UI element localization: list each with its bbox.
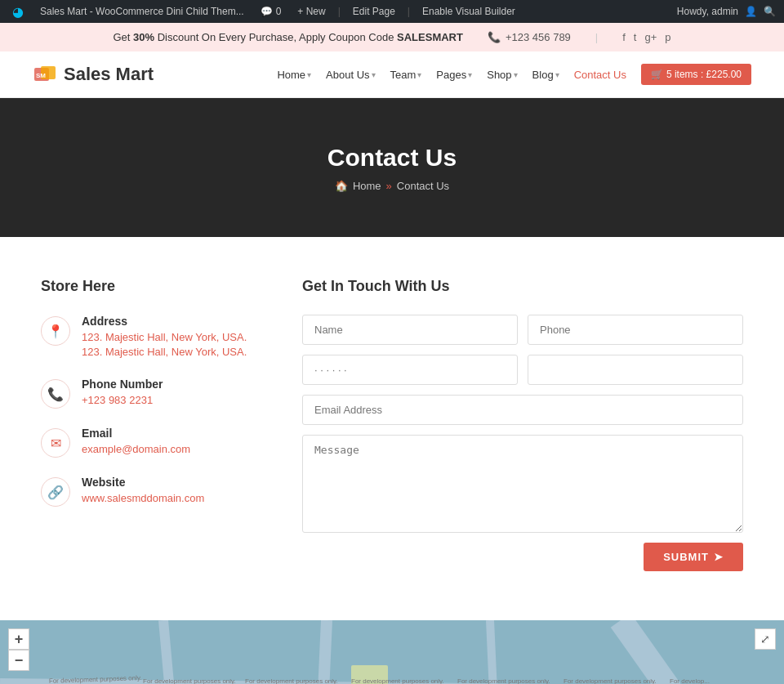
- admin-avatar[interactable]: 👤: [745, 6, 757, 17]
- svg-text:For development purposes only.: For development purposes only.: [245, 677, 338, 684]
- sep1: |: [338, 6, 341, 17]
- phone-item: 📞 Phone Number +123 983 2231: [41, 378, 253, 409]
- phone-value: +123 983 2231: [82, 393, 163, 408]
- facebook-icon[interactable]: f: [622, 31, 626, 43]
- page-hero: Contact Us 🏠 Home » Contact Us: [0, 98, 784, 237]
- home-dropdown-icon: ▾: [307, 70, 311, 79]
- address-item: 📍 Address 123. Majestic Hall, New York, …: [41, 315, 253, 360]
- map-fullscreen-button[interactable]: ⤢: [755, 628, 776, 650]
- message-input[interactable]: [302, 435, 743, 533]
- address-value: 123. Majestic Hall, New York, USA.: [82, 330, 247, 345]
- hero-content: Contact Us 🏠 Home » Contact Us: [327, 144, 457, 192]
- email-value: example@domain.com: [82, 442, 190, 457]
- website-icon-wrap: 🔗: [41, 477, 70, 507]
- nav-pages[interactable]: Pages ▾: [436, 69, 472, 81]
- email-title: Email: [82, 427, 190, 440]
- address-value-alt: 123. Majestic Hall, New York, USA.: [82, 345, 247, 360]
- field3-input[interactable]: [302, 355, 518, 385]
- phone-input[interactable]: [528, 315, 743, 345]
- submit-label: SUBMIT: [663, 551, 709, 563]
- form-row-2: [302, 355, 743, 385]
- new-item[interactable]: + New: [293, 6, 329, 17]
- phone-contact-icon: 📞: [47, 387, 64, 402]
- admin-bar: ◕ Sales Mart - WooCommerce Dini Child Th…: [0, 0, 784, 23]
- form-row-4: [302, 435, 743, 533]
- map-controls: + −: [8, 628, 29, 671]
- website-title: Website: [82, 476, 204, 489]
- address-details: Address 123. Majestic Hall, New York, US…: [82, 315, 247, 360]
- phone-icon: 📞: [488, 31, 501, 43]
- nav-shop[interactable]: Shop ▾: [487, 69, 517, 81]
- location-icon: 📍: [47, 324, 64, 339]
- email-item: ✉ Email example@domain.com: [41, 427, 253, 458]
- comments-icon[interactable]: 💬 0: [256, 6, 286, 17]
- page-title: Contact Us: [327, 144, 457, 172]
- map-section: For development purposes only. For devel…: [0, 620, 784, 684]
- nav-contact[interactable]: Contact Us: [574, 69, 626, 81]
- google-plus-icon[interactable]: g+: [644, 31, 657, 43]
- top-banner: Get 30% Discount On Every Purchase, Appl…: [0, 23, 784, 51]
- shop-dropdown-icon: ▾: [514, 70, 518, 79]
- breadcrumb: 🏠 Home » Contact Us: [327, 180, 457, 192]
- phone-details: Phone Number +123 983 2231: [82, 378, 163, 408]
- phone-section: 📞 +123 456 789: [488, 31, 571, 43]
- twitter-icon[interactable]: t: [634, 31, 637, 43]
- store-section-title: Store Here: [41, 278, 253, 295]
- nav-about[interactable]: About Us ▾: [326, 69, 375, 81]
- phone-icon-wrap: 📞: [41, 379, 70, 409]
- header: SM Sales Mart Home ▾ About Us ▾ Team ▾ P…: [0, 51, 784, 98]
- admin-greeting: Howdy, admin: [677, 6, 738, 17]
- discount-text: Get 30% Discount On Every Purchase, Appl…: [113, 31, 463, 43]
- pinterest-icon[interactable]: p: [665, 31, 670, 43]
- svg-text:For development purposes only.: For development purposes only.: [564, 677, 657, 684]
- salesmart-logo-icon: SM: [33, 61, 59, 87]
- visual-builder[interactable]: Enable Visual Builder: [418, 6, 519, 17]
- submit-button[interactable]: SUBMIT ➤: [644, 543, 743, 571]
- pages-dropdown-icon: ▾: [468, 70, 472, 79]
- form-actions: SUBMIT ➤: [302, 543, 743, 571]
- cart-icon: 🛒: [651, 69, 663, 80]
- nav-team[interactable]: Team ▾: [390, 69, 422, 81]
- email-icon-wrap: ✉: [41, 428, 70, 458]
- email-input[interactable]: [302, 395, 743, 425]
- email-contact-icon: ✉: [51, 436, 61, 451]
- zoom-out-button[interactable]: −: [8, 650, 29, 671]
- admin-bar-right: Howdy, admin 👤 🔍: [677, 6, 776, 17]
- sep2: |: [408, 6, 410, 17]
- wp-logo[interactable]: ◕: [8, 4, 28, 20]
- about-dropdown-icon: ▾: [372, 70, 376, 79]
- site-logo[interactable]: SM Sales Mart: [33, 61, 154, 87]
- cart-button[interactable]: 🛒 5 items : £225.00: [641, 64, 751, 85]
- address-icon-wrap: 📍: [41, 316, 70, 346]
- search-icon[interactable]: 🔍: [764, 6, 776, 17]
- main-content: Store Here 📍 Address 123. Majestic Hall,…: [24, 237, 760, 620]
- edit-page[interactable]: Edit Page: [349, 6, 399, 17]
- map-canvas: For development purposes only. For devel…: [0, 620, 784, 684]
- breadcrumb-current: Contact Us: [397, 180, 449, 192]
- website-value: www.salesmddomain.com: [82, 491, 204, 506]
- svg-text:For development purposes only.: For development purposes only.: [143, 677, 236, 684]
- zoom-in-button[interactable]: +: [8, 628, 29, 650]
- form-row-1: [302, 315, 743, 345]
- nav-home[interactable]: Home ▾: [277, 69, 311, 81]
- logo-text: Sales Mart: [64, 64, 154, 85]
- breadcrumb-home-link[interactable]: Home: [353, 180, 381, 192]
- blog-dropdown-icon: ▾: [555, 70, 559, 79]
- field4-input[interactable]: [528, 355, 743, 385]
- site-name[interactable]: Sales Mart - WooCommerce Dini Child Them…: [36, 6, 248, 17]
- website-item: 🔗 Website www.salesmddomain.com: [41, 476, 253, 507]
- submit-icon: ➤: [714, 551, 724, 563]
- breadcrumb-separator: »: [386, 180, 392, 192]
- main-nav: Home ▾ About Us ▾ Team ▾ Pages ▾ Shop ▾ …: [277, 64, 751, 85]
- svg-text:SM: SM: [36, 72, 46, 79]
- nav-blog[interactable]: Blog ▾: [532, 69, 559, 81]
- social-icons: f t g+ p: [622, 31, 670, 43]
- website-details: Website www.salesmddomain.com: [82, 476, 204, 506]
- phone-title: Phone Number: [82, 378, 163, 391]
- team-dropdown-icon: ▾: [417, 70, 421, 79]
- store-section: Store Here 📍 Address 123. Majestic Hall,…: [41, 278, 253, 571]
- name-input[interactable]: [302, 315, 518, 345]
- email-details: Email example@domain.com: [82, 427, 190, 457]
- contact-form-section: Get In Touch With Us SUBMIT ➤: [302, 278, 743, 571]
- website-contact-icon: 🔗: [47, 485, 64, 500]
